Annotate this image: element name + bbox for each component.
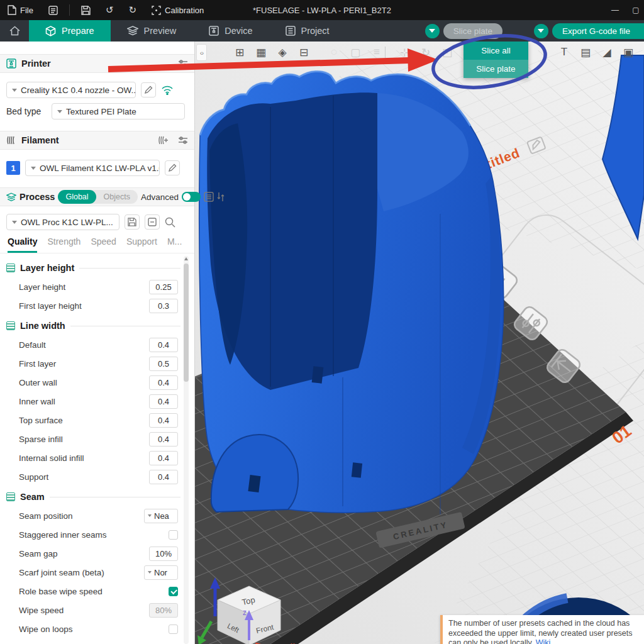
notification-toast[interactable]: The number of user presets cached in the… [440,615,644,644]
process-icon [6,192,16,202]
filament-preset-select[interactable]: OWL Filament K1C LW-PLA v1.0 [25,160,160,176]
wifi-icon[interactable] [161,85,174,95]
setting-input[interactable]: 0.25 [149,280,178,294]
notification-wiki-link[interactable]: Wiki [536,638,551,644]
printer-preset-value: Creality K1C 0.4 nozzle - OW... [21,86,136,95]
tab-prepare[interactable]: Prepare [29,20,111,42]
chevron-down-icon [12,221,17,224]
filament-settings-icon[interactable] [178,136,188,145]
scene-canvas[interactable]: untitled CREALITY [195,42,644,644]
bed-type-select[interactable]: Textured PEI Plate [52,103,185,119]
setting-row: First layer0.5 [0,354,194,373]
scope-global[interactable]: Global [58,190,96,204]
add-filament-icon[interactable] [158,135,169,145]
menu-item-slice-plate[interactable]: Slice plate [464,60,528,78]
home-button[interactable] [0,20,29,42]
setting-label: Outer wall [19,378,149,387]
parameter-table-icon[interactable] [204,192,214,202]
setting-row: Top surface0.4 [0,411,194,430]
tab-device[interactable]: Device [192,20,269,42]
advanced-toggle[interactable] [182,192,201,202]
process-tab-strength[interactable]: Strength [47,236,80,253]
setting-input[interactable]: 0.4 [149,375,178,390]
process-preset-select[interactable]: OWL Proc K1C LW-PL... [6,214,119,230]
section-title: Seam [20,492,45,502]
edit-printer-icon[interactable] [141,82,156,97]
setting-row: Inner wall0.4 [0,392,194,411]
section-header-seam[interactable]: Seam [0,487,194,506]
calibration-menu[interactable]: Calibration [144,0,211,20]
setting-input[interactable]: 0.4 [149,338,178,352]
support-painting-icon[interactable]: ◢ [597,43,616,61]
settings-scrollbar-thumb[interactable] [184,264,189,382]
setting-label: Wipe speed [19,606,149,615]
search-icon[interactable] [165,217,175,228]
section-header-layer-height[interactable]: Layer height [0,258,194,277]
minimize-button[interactable]: — [602,6,628,14]
export-gcode-button[interactable]: Export G-code file [552,23,644,39]
setting-row: Internal solid infill0.4 [0,448,194,467]
plate-settings-icon[interactable]: ⊟ [294,43,313,61]
notes-button[interactable] [41,0,65,20]
slice-plate-button[interactable]: Slice plate [443,23,502,39]
process-tab-support[interactable]: Support [126,236,157,253]
setting-input[interactable]: 80% [149,603,178,618]
process-tab-quality[interactable]: Quality [8,236,37,253]
tab-project[interactable]: Project [269,20,346,42]
filament-preset-value: OWL Filament K1C LW-PLA v1.0 [40,164,160,173]
section-icon [6,264,15,272]
setting-checkbox[interactable] [169,625,178,634]
filament-slot-badge[interactable]: 1 [6,161,20,175]
setting-input[interactable]: 0.4 [149,394,178,409]
save-button[interactable] [74,0,98,20]
section-header-line-width[interactable]: Line width [0,316,194,335]
redo-button[interactable]: ↻ [121,0,145,20]
setting-select[interactable]: Nea [144,509,178,523]
model-fuselage[interactable] [199,71,504,514]
delete-preset-icon[interactable] [145,214,160,230]
scope-objects[interactable]: Objects [96,190,138,204]
notes-icon [48,6,58,15]
add-object-icon[interactable]: ⊞ [230,43,249,61]
setting-checkbox[interactable] [169,587,178,596]
setting-input[interactable]: 0.4 [149,432,178,447]
setting-input[interactable]: 0.4 [149,470,178,484]
setting-checkbox[interactable] [169,530,178,540]
sidebar-collapse-button[interactable]: ‹› [196,44,207,61]
variable-layer-height-icon[interactable]: ▤ [576,43,595,61]
file-menu[interactable]: File [0,0,41,20]
process-tab-more[interactable]: M... [167,236,182,253]
scrollbar-up-icon[interactable] [184,257,189,262]
auto-arrange-icon[interactable]: ◈ [273,43,292,61]
process-tab-speed[interactable]: Speed [91,236,116,253]
compare-presets-icon[interactable] [217,192,225,202]
add-plate-icon[interactable]: ▦ [252,43,270,61]
text-tool-icon[interactable]: T [555,43,574,61]
section-rule [79,268,180,269]
setting-row: Staggered inner seams [0,525,194,544]
edit-filament-icon[interactable] [165,160,180,175]
save-preset-icon[interactable] [125,214,140,230]
chevron-down-icon [148,514,152,517]
slice-dropdown-button[interactable] [425,24,440,38]
setting-input[interactable]: 0.3 [149,299,178,313]
cut-tool-icon[interactable]: ▣ [619,43,638,61]
undo-button[interactable]: ↺ [98,0,121,20]
viewport-3d[interactable]: untitled CREALITY [195,42,644,644]
setting-select[interactable]: Nor [144,565,178,580]
tab-preview[interactable]: Preview [111,20,193,42]
menu-item-slice-all[interactable]: Slice all [464,42,528,60]
setting-input[interactable]: 0.4 [149,451,178,465]
setting-input[interactable]: 10% [149,547,178,561]
toolbar-separator [385,47,386,58]
setting-input[interactable]: 0.5 [149,357,178,371]
setting-row: Layer height0.25 [0,277,194,296]
export-dropdown-button[interactable] [534,24,548,38]
setting-input[interactable]: 0.4 [149,413,178,428]
setting-label: Role base wipe speed [19,587,169,596]
rotate-tool-icon: ↻ [416,43,435,61]
printer-settings-icon[interactable] [178,59,188,68]
process-scope-toggle[interactable]: Global Objects [58,190,138,204]
maximize-button[interactable]: ▢ [628,6,644,14]
printer-preset-select[interactable]: Creality K1C 0.4 nozzle - OW... [6,82,136,98]
